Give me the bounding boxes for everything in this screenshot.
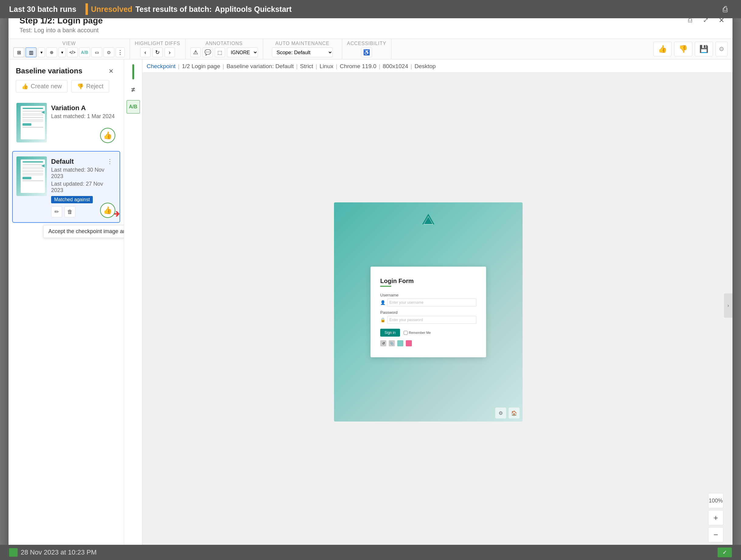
settings-toolbar-btn[interactable]: ⚙ <box>716 42 728 56</box>
thumb-arrow-icon: ◄ <box>40 109 46 115</box>
username-label: Username <box>380 293 476 297</box>
delete-variation-btn[interactable]: 🗑 <box>65 206 75 217</box>
comment-btn[interactable]: 💬 <box>203 48 213 57</box>
variation-actions: 👍 Create new 👎 Reject <box>8 80 124 98</box>
applitools-logo-icon <box>421 212 436 227</box>
status-green-dot <box>9 548 18 557</box>
social-icon-1: ↺ <box>380 340 386 346</box>
ab-view-btn[interactable]: A/B <box>79 48 90 57</box>
breadcrumb-bar: Checkpoint | 1/2 Login page | Baseline v… <box>124 59 733 72</box>
right-collapse-handle[interactable]: › <box>724 293 733 318</box>
highlight-controls: ‹ ↻ › <box>140 48 175 57</box>
highlight-diffs-label: HIGHLIGHT DIFFS <box>135 41 180 46</box>
code-view-btn[interactable]: </> <box>67 48 78 57</box>
variation-default-accept-btn[interactable]: 👍 <box>100 203 115 218</box>
view-dropdown-btn[interactable]: ▾ <box>38 48 45 57</box>
accessibility-controls: ♿ <box>361 48 372 57</box>
warning-btn[interactable]: ⚠ <box>190 48 201 57</box>
thumb-green-d <box>22 177 31 179</box>
grid-view-btn[interactable]: ⊞ <box>13 48 24 57</box>
toolbar-row: VIEW ⊞ ▥ ▾ ⊛ ▾ </> A/B ▭ ⊙ ⋮ HIGHLIGHT D… <box>8 39 733 59</box>
share-button[interactable]: ⎙ <box>719 2 732 16</box>
region-btn[interactable]: ⬚ <box>215 48 225 57</box>
scope-select[interactable]: Scope: Default <box>272 48 333 57</box>
status-indicator <box>85 3 88 15</box>
username-icon: 👤 <box>380 300 385 305</box>
save-toolbar-btn[interactable]: 💾 <box>695 42 713 56</box>
chevron-right-icon: › <box>727 303 729 308</box>
remember-me-area: Remember Me <box>404 331 431 335</box>
zoom-fit-label: 100% <box>709 498 723 504</box>
compare-btn[interactable]: ⊙ <box>104 48 114 57</box>
thumb-small-2 <box>22 127 43 128</box>
breadcrumb-variation: Baseline variation: Default <box>226 63 294 70</box>
matched-against-badge: Matched against <box>51 196 93 203</box>
more-variation-btn[interactable]: ⋮ <box>104 156 115 167</box>
zoom-in-btn[interactable]: + <box>708 510 723 525</box>
more-view-btn[interactable]: ⋮ <box>116 48 125 57</box>
bottom-timestamp-area: 28 Nov 2023 at 10:23 PM <box>9 548 97 557</box>
view-section: VIEW ⊞ ▥ ▾ ⊛ ▾ </> A/B ▭ ⊙ ⋮ <box>8 39 130 59</box>
variation-card-a[interactable]: ◄ Variation A Last matched: 1 Mar 2024 👍 <box>12 98 120 148</box>
modal: Step 1/2: Login page Test: Log into a ba… <box>8 8 733 552</box>
password-input[interactable]: Enter your password <box>387 316 476 324</box>
username-input[interactable]: Enter your username <box>387 299 476 307</box>
preview-logo-area <box>421 212 436 229</box>
panel-close-btn[interactable]: × <box>106 65 117 76</box>
highlight-diffs-section: HIGHLIGHT DIFFS ‹ ↻ › <box>130 39 186 59</box>
modal-subtitle: Test: Log into a bank account <box>19 27 722 34</box>
thumbs-up-toolbar-btn[interactable]: 👍 <box>653 42 672 56</box>
side-view-btn[interactable]: ▥ <box>25 48 37 57</box>
panel-title: Baseline variations <box>16 67 82 75</box>
breadcrumb-step: 1/2 Login page <box>182 63 220 70</box>
timestamp-label: 28 Nov 2023 at 10:23 PM <box>21 548 97 556</box>
password-label: Password <box>380 310 476 315</box>
breadcrumb-viewport: 800x1024 <box>383 63 408 70</box>
layers-btn[interactable]: ⊛ <box>46 48 57 57</box>
ignore-select[interactable]: IGNORE <box>227 48 258 57</box>
variation-a-accept-btn[interactable]: 👍 <box>100 128 115 143</box>
thumb-green-btn <box>22 123 31 126</box>
thumb-box-d2 <box>22 173 43 176</box>
bottom-action-button[interactable]: ✓ <box>718 548 732 557</box>
next-diff-btn[interactable]: › <box>164 48 175 57</box>
breadcrumb-device: Desktop <box>415 63 436 70</box>
corner-settings-icon: ⚙ <box>495 408 506 419</box>
signin-row: Sign in Remember Me <box>380 329 476 336</box>
rect-view-btn[interactable]: ▭ <box>91 48 102 57</box>
breadcrumb-sep3: | <box>296 63 297 70</box>
login-form-title: Login Form <box>380 277 476 285</box>
preview-corner: ⚙ 🏠 <box>495 408 520 419</box>
image-view: Login Form Username 👤 Enter your usernam… <box>124 72 733 552</box>
thumbs-up-icon-default: 👍 <box>103 206 112 214</box>
left-panel: Baseline variations × 👍 Create new 👎 Rej… <box>8 59 124 552</box>
accessibility-btn[interactable]: ♿ <box>361 48 372 57</box>
corner-home-icon: 🏠 <box>509 408 520 419</box>
variation-a-thumb: ◄ <box>16 103 47 142</box>
right-panel: ≠ A/B Checkpoint | 1/2 Login page | Base… <box>124 59 733 552</box>
prev-diff-btn[interactable]: ‹ <box>140 48 150 57</box>
bottom-right-actions: ✓ <box>718 548 732 557</box>
preview-container: Login Form Username 👤 Enter your usernam… <box>334 202 523 422</box>
layers-dropdown-btn[interactable]: ▾ <box>58 48 66 57</box>
batch-label: Test results of batch: <box>135 5 212 14</box>
breadcrumb-sep7: | <box>411 63 412 70</box>
signin-btn[interactable]: Sign in <box>380 329 400 336</box>
thumbs-down-toolbar-btn[interactable]: 👎 <box>674 42 692 56</box>
create-new-btn[interactable]: 👍 Create new <box>16 80 68 92</box>
refresh-diff-btn[interactable]: ↻ <box>152 48 163 57</box>
edit-variation-btn[interactable]: ✏ <box>51 206 62 217</box>
reject-btn[interactable]: 👎 Reject <box>71 80 109 92</box>
create-new-label: Create new <box>31 83 62 90</box>
breadcrumb-sep6: | <box>379 63 380 70</box>
signin-label: Sign in <box>385 330 396 335</box>
zoom-out-btn[interactable]: − <box>708 527 723 542</box>
zoom-in-icon: + <box>713 513 718 522</box>
breadcrumb-sep1: | <box>178 63 180 70</box>
variation-card-default[interactable]: ◄ Default Last matched: 30 Nov 2023 Last… <box>12 151 120 223</box>
remember-me-checkbox[interactable] <box>404 331 408 335</box>
zoom-fit-btn[interactable]: 100% <box>708 493 723 508</box>
panel-header: Baseline variations × <box>8 59 124 80</box>
username-row: 👤 Enter your username <box>380 299 476 307</box>
batch-runs-label: Last 30 batch runs <box>9 5 76 14</box>
